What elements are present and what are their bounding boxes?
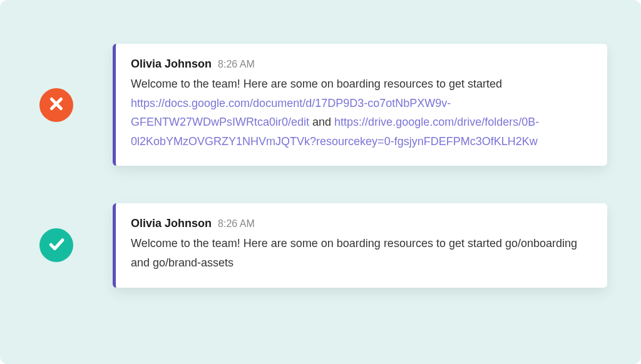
badge-column — [0, 88, 113, 122]
message-card-good: Olivia Johnson 8:26 AM Welcome to the te… — [113, 203, 607, 287]
message-timestamp: 8:26 AM — [218, 218, 255, 230]
author-name: Olivia Johnson — [131, 217, 212, 230]
card-header: Olivia Johnson 8:26 AM — [131, 58, 590, 71]
message-timestamp: 8:26 AM — [218, 59, 255, 70]
author-name: Olivia Johnson — [131, 58, 212, 71]
good-badge — [39, 228, 73, 262]
badge-column — [0, 228, 113, 262]
check-icon — [47, 235, 66, 256]
card-header: Olivia Johnson 8:26 AM — [131, 217, 590, 230]
message-card-bad: Olivia Johnson 8:26 AM Welcome to the te… — [113, 44, 607, 166]
message-intro: Welcome to the team! Here are some on bo… — [131, 78, 502, 90]
bad-badge — [39, 88, 73, 122]
message-body: Welcome to the team! Here are some on bo… — [131, 74, 590, 151]
good-example-row: Olivia Johnson 8:26 AM Welcome to the te… — [0, 203, 641, 287]
cross-icon — [47, 94, 66, 116]
message-connector: and — [309, 116, 334, 128]
bad-example-row: Olivia Johnson 8:26 AM Welcome to the te… — [0, 44, 641, 166]
comparison-canvas: Olivia Johnson 8:26 AM Welcome to the te… — [0, 0, 641, 364]
message-body: Welcome to the team! Here are some on bo… — [131, 234, 590, 272]
